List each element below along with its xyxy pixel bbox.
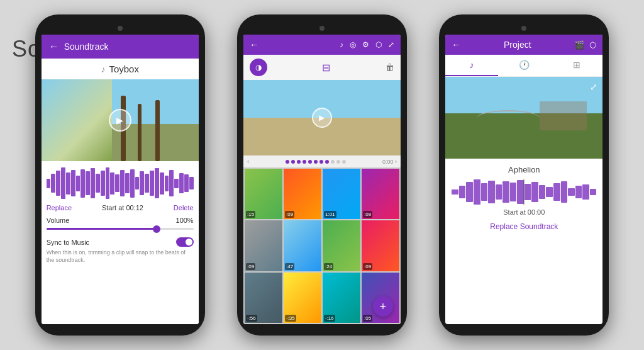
wave-bar bbox=[86, 171, 90, 195]
volume-value: 100% bbox=[176, 217, 194, 224]
sync-label: Sync to Music bbox=[47, 239, 89, 246]
expand-icon-2: ⤢ bbox=[388, 40, 394, 49]
wave-bar bbox=[71, 170, 75, 197]
video-thumbnail-1[interactable]: ▶ bbox=[42, 79, 199, 161]
play-button-2[interactable]: ▶ bbox=[312, 108, 332, 128]
play-button-1[interactable]: ▶ bbox=[109, 109, 131, 132]
wave-bar bbox=[101, 171, 105, 196]
wave-bar2 bbox=[568, 188, 575, 196]
grid-thumb-8[interactable]: :09 bbox=[362, 220, 399, 271]
phone-1-camera bbox=[118, 26, 123, 31]
wave-bar bbox=[110, 172, 114, 195]
back-button-2[interactable]: ← bbox=[250, 40, 258, 50]
wave-bar bbox=[150, 171, 154, 196]
grid-thumb-7[interactable]: :24 bbox=[323, 220, 360, 271]
wave-bar bbox=[130, 169, 135, 198]
timeline-dot bbox=[319, 160, 323, 164]
wave-bar bbox=[174, 179, 179, 188]
sync-toggle[interactable] bbox=[176, 237, 194, 247]
grid-thumb-3[interactable]: 1:01 bbox=[323, 169, 360, 219]
wave-bar bbox=[76, 176, 80, 191]
wave-bar bbox=[120, 170, 125, 197]
delete-button[interactable]: Delete bbox=[174, 204, 194, 212]
song-name-s3: Aphelion bbox=[508, 165, 540, 174]
grid-thumb-11[interactable]: -:16 bbox=[323, 273, 360, 323]
replace-soundtrack-button[interactable]: Replace Soundtrack bbox=[490, 222, 558, 231]
tab-music[interactable]: ♪ bbox=[445, 55, 497, 76]
wave-bar2 bbox=[582, 184, 589, 200]
slider-thumb[interactable] bbox=[153, 225, 160, 233]
phone-2: ← ♪ ◎ ⚙ ⬡ ⤢ ◑ ⊟ 🗑 bbox=[237, 14, 407, 336]
grid-thumb-9[interactable]: -:56 bbox=[245, 273, 282, 323]
filter-icon-btn[interactable]: ◑ bbox=[250, 59, 267, 76]
wave-bar2 bbox=[502, 181, 509, 203]
timeline-prev[interactable]: ‹ bbox=[247, 158, 249, 165]
screen3-tabs: ♪ 🕐 ⊞ bbox=[445, 55, 602, 77]
wave-bar bbox=[96, 174, 100, 193]
wave-bar2 bbox=[488, 181, 495, 203]
back-button-3[interactable]: ← bbox=[452, 40, 460, 50]
wave-bar2 bbox=[481, 183, 488, 201]
controls-row: Replace Start at 00:12 Delete bbox=[42, 201, 199, 214]
wave-bar2 bbox=[474, 179, 480, 205]
video-thumbnail-2[interactable]: ▶ bbox=[243, 80, 401, 155]
timeline-dot bbox=[291, 160, 295, 164]
start-at-s3: Start at 00:00 bbox=[503, 208, 545, 216]
waveform-3 bbox=[452, 179, 596, 205]
waveform-visual-1 bbox=[47, 167, 194, 199]
wave-bar2 bbox=[546, 187, 553, 197]
wave-bar2 bbox=[466, 182, 473, 202]
screen2-header: ← ♪ ◎ ⚙ ⬡ ⤢ bbox=[243, 35, 401, 55]
phone-2-camera bbox=[319, 26, 325, 31]
sync-description: When this is on, trimming a clip will sn… bbox=[42, 248, 199, 265]
wave-bar bbox=[179, 173, 184, 194]
share-icon-3: ⬡ bbox=[589, 40, 596, 50]
video-thumbnail-3[interactable]: ⤢ bbox=[445, 77, 602, 159]
thumbnail-grid: :15 :09 1:01 :08 :09 :47 :24 :09 -:56 -:… bbox=[243, 167, 401, 324]
wave-bar2 bbox=[590, 189, 597, 195]
volume-slider[interactable] bbox=[42, 227, 199, 234]
music-note-icon: ♪ bbox=[101, 64, 105, 74]
screen1-header: ← Soundtrack bbox=[42, 35, 199, 59]
wave-bar bbox=[140, 171, 144, 195]
volume-label: Volume bbox=[47, 217, 70, 224]
back-button-1[interactable]: ← bbox=[49, 41, 59, 52]
wave-bar bbox=[165, 176, 169, 191]
film-icon: 🎬 bbox=[574, 40, 584, 50]
screen3-header: ← Project 🎬 ⬡ bbox=[445, 35, 602, 55]
page-wrapper: Soundtracks ← Soundtrack ♪ Toybox bbox=[0, 0, 644, 350]
screen3-header-right: 🎬 ⬡ bbox=[574, 40, 596, 50]
grid-thumb-2[interactable]: :09 bbox=[284, 169, 321, 219]
wave-bar bbox=[189, 177, 194, 189]
tab-grid[interactable]: ⊞ bbox=[550, 55, 602, 76]
waveform-1 bbox=[42, 161, 199, 201]
replace-button[interactable]: Replace bbox=[47, 204, 72, 212]
slider-fill bbox=[47, 228, 157, 230]
sliders-icon[interactable]: ⊟ bbox=[322, 62, 330, 74]
fab-add-button[interactable]: + bbox=[373, 296, 393, 317]
grid-thumb-10[interactable]: -:35 bbox=[284, 273, 321, 323]
phone-3-screen: ← Project 🎬 ⬡ ♪ 🕐 ⊞ ⤢ bbox=[445, 35, 602, 324]
wave-bar2 bbox=[539, 185, 546, 199]
wave-bar bbox=[184, 174, 189, 192]
expand-icon-3[interactable]: ⤢ bbox=[590, 82, 597, 92]
wave-bar bbox=[61, 167, 65, 199]
timeline-bar: ‹ 0:00 › bbox=[243, 155, 401, 167]
timeline-next[interactable]: › bbox=[395, 158, 397, 165]
grid-thumb-4[interactable]: :08 bbox=[362, 169, 399, 219]
settings-icon: ⚙ bbox=[362, 40, 369, 49]
delete-icon[interactable]: 🗑 bbox=[386, 62, 394, 72]
tab-clock[interactable]: 🕐 bbox=[498, 55, 550, 76]
wave-bar bbox=[91, 168, 95, 198]
slider-track bbox=[47, 228, 194, 230]
wave-bar bbox=[47, 179, 51, 188]
sync-row: Sync to Music bbox=[42, 234, 199, 248]
wave-bar bbox=[66, 172, 70, 195]
music-icon: ♪ bbox=[340, 40, 343, 49]
timeline-dot bbox=[286, 160, 289, 164]
wave-bar bbox=[169, 170, 174, 197]
grid-thumb-5[interactable]: :09 bbox=[245, 220, 282, 271]
timeline-dot bbox=[342, 160, 346, 164]
grid-thumb-1[interactable]: :15 bbox=[245, 169, 282, 219]
grid-thumb-6[interactable]: :47 bbox=[284, 220, 321, 271]
